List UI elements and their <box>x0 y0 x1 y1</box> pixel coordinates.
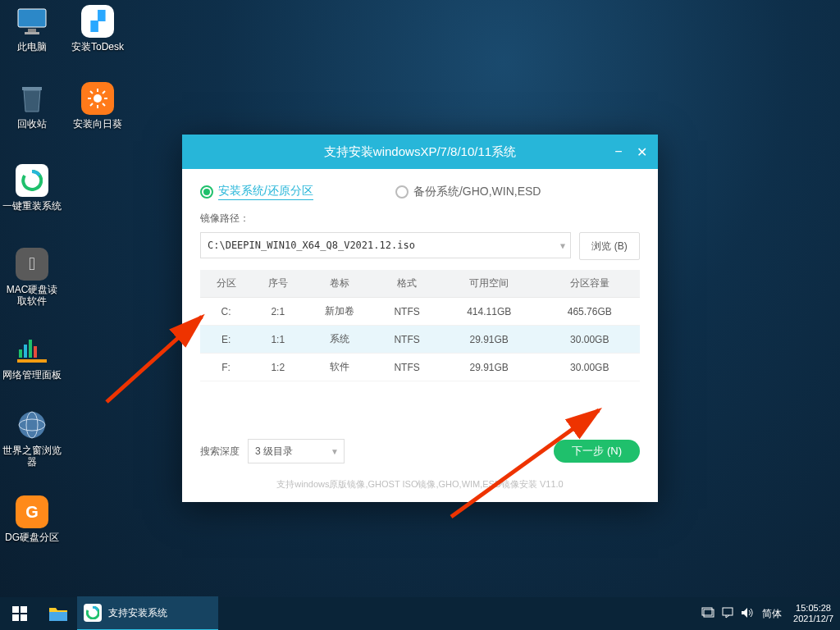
table-header: 格式 <box>375 270 439 298</box>
table-header: 序号 <box>252 270 304 298</box>
taskbar-file-explorer[interactable] <box>39 597 77 630</box>
desktop-icon-network-panel[interactable]: 网络管理面板 <box>2 333 62 381</box>
table-cell: 新加卷 <box>304 298 375 326</box>
start-button[interactable] <box>0 597 39 630</box>
desktop-icon-label: 安装ToDesk <box>67 41 128 52</box>
apple-icon:  <box>16 248 48 281</box>
trash-icon <box>16 82 48 115</box>
tab-install-restore[interactable]: 安装系统/还原分区 <box>218 184 313 200</box>
system-tray: 简体 15:05:28 2021/12/7 <box>698 597 840 630</box>
taskbar: 支持安装系统 简体 15:05:28 2021/12/7 <box>0 597 840 630</box>
table-header: 可用空间 <box>439 270 540 298</box>
tray-network-icon[interactable] <box>698 607 718 621</box>
table-cell: NTFS <box>375 354 439 381</box>
table-cell: E: <box>200 326 252 354</box>
installer-icon <box>84 604 102 622</box>
table-cell: 414.11GB <box>439 298 540 326</box>
desktop-icon-reinstall-system[interactable]: 一键重装系统 <box>2 164 62 212</box>
table-cell: 465.76GB <box>539 298 640 326</box>
desktop-icon-label: 安装向日葵 <box>67 118 128 130</box>
svg-line-20 <box>90 103 93 106</box>
desktop-icon-mac-disk[interactable]:  MAC硬盘读取软件 <box>2 248 62 307</box>
image-path-label: 镜像路径： <box>200 212 640 226</box>
table-cell: 系统 <box>304 326 375 354</box>
monitor-icon <box>16 5 48 38</box>
windows-icon <box>12 606 27 621</box>
chevron-down-icon[interactable]: ▼ <box>331 447 339 456</box>
search-depth-select[interactable]: 3 级目录 ▼ <box>248 439 345 463</box>
svg-rect-26 <box>21 614 27 621</box>
desktop-icon-recycle-bin[interactable]: 回收站 <box>2 82 62 130</box>
folder-icon <box>48 605 68 622</box>
svg-rect-27 <box>49 612 67 621</box>
tray-action-center-icon[interactable] <box>718 607 737 621</box>
svg-rect-6 <box>29 340 32 358</box>
table-cell: NTFS <box>375 326 439 354</box>
table-cell: NTFS <box>375 298 439 326</box>
desktop-icon-todesk[interactable]: ▞ 安装ToDesk <box>67 5 128 52</box>
svg-rect-30 <box>723 608 733 615</box>
svg-point-9 <box>19 412 45 438</box>
table-cell: 2:1 <box>252 298 304 326</box>
tray-ime[interactable]: 简体 <box>757 607 787 621</box>
partition-table: 分区序号卷标格式可用空间分区容量 C:2:1新加卷NTFS414.11GB465… <box>200 270 640 381</box>
image-path-input[interactable]: C:\DEEPIN_WIN10_X64_Q8_V2021.12.iso ▼ <box>200 232 571 258</box>
svg-rect-23 <box>12 606 19 613</box>
desktop-icon-label: DG硬盘分区 <box>2 532 62 543</box>
desktop-icon-this-pc[interactable]: 此电脑 <box>2 5 62 52</box>
table-cell: 软件 <box>304 354 375 381</box>
tray-volume-icon[interactable] <box>737 607 757 621</box>
browse-button[interactable]: 浏览 (B) <box>579 232 640 260</box>
tray-date: 2021/12/7 <box>793 614 833 624</box>
radio-install[interactable] <box>200 185 213 199</box>
installer-window: 支持安装windowsXP/7/8/10/11系统 − ✕ 安装系统/还原分区 … <box>182 135 658 502</box>
table-row[interactable]: F:1:2软件NTFS29.91GB30.00GB <box>200 354 640 381</box>
svg-rect-2 <box>25 32 39 34</box>
desktop-icon-diskgenius[interactable]: G DG硬盘分区 <box>2 495 62 543</box>
svg-rect-1 <box>28 29 36 32</box>
close-button[interactable]: ✕ <box>630 144 653 160</box>
tab-backup[interactable]: 备份系统/GHO,WIN,ESD <box>413 185 541 199</box>
minimize-button[interactable]: − <box>607 144 630 159</box>
desktop-icon-label: 一键重装系统 <box>2 200 62 212</box>
tray-time: 15:05:28 <box>793 603 833 614</box>
svg-line-19 <box>103 91 105 94</box>
svg-rect-8 <box>17 359 47 363</box>
table-cell: 30.00GB <box>539 326 640 354</box>
table-row[interactable]: E:1:1系统NTFS29.91GB30.00GB <box>200 326 640 354</box>
table-header: 分区 <box>200 270 252 298</box>
image-path-value: C:\DEEPIN_WIN10_X64_Q8_V2021.12.iso <box>208 240 415 251</box>
svg-rect-7 <box>34 346 37 358</box>
table-row[interactable]: C:2:1新加卷NTFS414.11GB465.76GB <box>200 298 640 326</box>
svg-line-18 <box>103 103 105 106</box>
diskgenius-icon: G <box>16 495 48 528</box>
table-header: 分区容量 <box>539 270 640 298</box>
svg-rect-24 <box>21 606 27 613</box>
tray-clock[interactable]: 15:05:28 2021/12/7 <box>787 603 840 624</box>
todesk-icon: ▞ <box>81 5 114 38</box>
svg-rect-4 <box>19 349 22 358</box>
reinstall-icon <box>16 164 48 197</box>
next-button[interactable]: 下一步 (N) <box>554 440 640 463</box>
taskbar-task-installer[interactable]: 支持安装系统 <box>77 596 218 630</box>
desktop-icon-sunlogin[interactable]: 安装向日葵 <box>67 82 128 130</box>
search-depth-value: 3 级目录 <box>255 445 293 459</box>
desktop-icon-label: 回收站 <box>2 118 62 130</box>
desktop-icon-label: 此电脑 <box>2 41 62 52</box>
table-header: 卷标 <box>304 270 375 298</box>
table-cell: 29.91GB <box>439 326 540 354</box>
chevron-down-icon[interactable]: ▼ <box>560 241 565 250</box>
desktop-icon-label: 世界之窗浏览器 <box>2 445 62 468</box>
svg-rect-25 <box>12 614 19 621</box>
globe-icon <box>16 409 48 441</box>
radio-backup[interactable] <box>395 185 409 199</box>
table-cell: 1:2 <box>252 354 304 381</box>
svg-point-12 <box>94 94 102 103</box>
svg-rect-5 <box>24 345 27 358</box>
table-cell: 1:1 <box>252 326 304 354</box>
desktop-icon-label: MAC硬盘读取软件 <box>2 284 62 307</box>
titlebar[interactable]: 支持安装windowsXP/7/8/10/11系统 − ✕ <box>182 135 658 169</box>
desktop-icon-theworld-browser[interactable]: 世界之窗浏览器 <box>2 409 62 468</box>
table-cell: F: <box>200 354 252 381</box>
table-cell: 29.91GB <box>439 354 540 381</box>
